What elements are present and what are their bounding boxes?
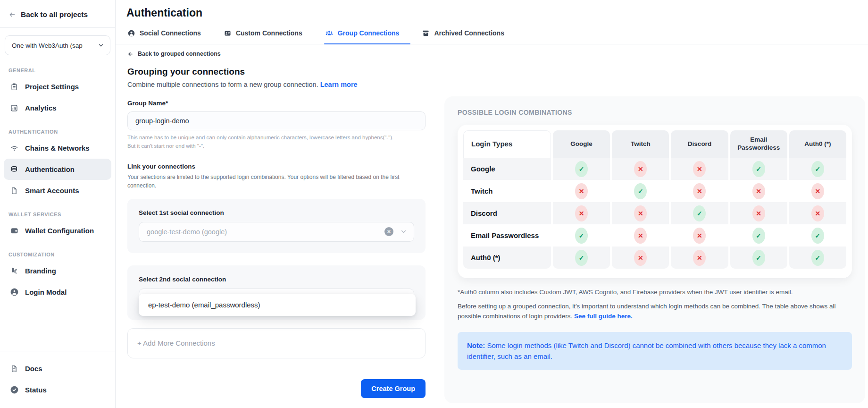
cross-icon: ✕ [575,183,588,199]
cross-icon: ✕ [693,161,706,177]
link-connections-description: Your selections are limited to the suppo… [127,173,410,190]
matrix-cell: ✓ [730,224,787,246]
matrix-row-label: Discord [463,202,551,224]
check-icon: ✓ [752,161,765,177]
tab-label: Custom Connections [236,29,302,37]
docs-icon [9,364,19,374]
sidebar-section-wallet-services: WALLET SERVICES [8,212,115,217]
dropdown-option-ep-test-demo[interactable]: ep-test-demo (email_passwordless) [139,294,416,316]
cross-icon: ✕ [575,205,588,221]
matrix-column-header: Google [553,130,610,158]
matrix-cell: ✕ [671,246,728,269]
sidebar-item-label: Chains & Networks [25,144,90,152]
stack-icon [9,165,19,174]
clear-selection-icon[interactable]: ✕ [384,227,393,236]
group-name-label: Group Name* [127,100,426,107]
check-icon: ✓ [811,250,824,266]
sidebar-item-label: Authentication [25,165,75,173]
cross-icon: ✕ [752,205,765,221]
sidebar-item-authentication[interactable]: Authentication [4,159,111,180]
matrix-cell: ✕ [612,224,669,246]
grouping-form: Back to grouped connections Grouping you… [127,44,426,408]
main-content: Authentication Social Connections Custom… [116,0,868,408]
cross-icon: ✕ [811,183,824,199]
sidebar-item-docs[interactable]: Docs [4,358,111,379]
matrix-row-label: Twitch [463,180,551,202]
matrix-cell: ✕ [553,202,610,224]
file-icon [9,186,19,196]
bar-chart-icon [9,103,19,113]
group-name-input[interactable] [127,111,426,130]
check-icon: ✓ [752,250,765,266]
back-link-label: Back to grouped connections [138,51,221,57]
note-box: Note: Some login methods (like Twitch an… [458,332,852,370]
tab-archived-connections[interactable]: Archived Connections [422,29,504,44]
sidebar-item-label: Project Settings [25,83,79,91]
sidebar-item-smart-accounts[interactable]: Smart Accounts [4,180,111,201]
second-connection-wrap: Select 2nd social connection ep-test-dem… [127,253,426,358]
add-more-connections-button[interactable]: + Add More Connections [137,339,215,347]
cross-icon: ✕ [752,183,765,199]
add-more-connections-card: + Add More Connections [127,328,426,358]
select1-dropdown[interactable]: google-test-demo (google) ✕ [139,222,414,242]
matrix-cell: ✕ [789,180,846,202]
project-selector-value: One with Web3Auth (sap [12,42,83,49]
matrix-column-header: Twitch [612,130,669,158]
matrix-cell: ✕ [671,158,728,180]
chevron-down-icon [400,228,407,235]
back-to-projects-link[interactable]: Back to all projects [0,0,115,28]
first-connection-card: Select 1st social connection google-test… [127,199,426,253]
sidebar-item-status[interactable]: Status [4,379,111,400]
select2-options-menu: ep-test-demo (email_passwordless) [139,294,416,316]
matrix-cell: ✓ [553,224,610,246]
tabbar: Social Connections Custom Connections Gr… [116,29,868,44]
cross-icon: ✕ [693,250,706,266]
tab-group-connections[interactable]: Group Connections [325,29,400,44]
check-icon: ✓ [575,228,588,244]
chevron-down-icon [98,42,104,49]
sidebar-section-customization: CUSTOMIZATION [8,252,115,257]
login-combinations-matrix: Login TypesGoogleTwitchDiscordEmail Pass… [463,130,846,269]
full-guide-link[interactable]: See full guide here. [574,313,633,320]
tab-label: Group Connections [338,29,400,37]
check-circle-icon [9,385,19,395]
check-icon: ✓ [811,161,824,177]
arrow-left-icon [127,51,134,57]
cross-icon: ✕ [634,161,647,177]
project-selector[interactable]: One with Web3Auth (sap [5,35,110,55]
user-circle-icon [127,29,135,37]
check-icon: ✓ [575,161,588,177]
sidebar-item-project-settings[interactable]: Project Settings [4,76,111,97]
sidebar-item-login-modal[interactable]: Login Modal [4,281,111,303]
wallet-icon [9,226,19,236]
select2-label: Select 2nd social connection [139,276,414,283]
cross-icon: ✕ [693,183,706,199]
create-group-button[interactable]: Create Group [361,379,426,398]
matrix-cell: ✓ [789,224,846,246]
id-badge-icon [224,29,232,37]
tab-custom-connections[interactable]: Custom Connections [224,29,302,44]
check-icon: ✓ [575,250,588,266]
matrix-column-header: Email Passwordless [730,130,787,158]
matrix-corner-header: Login Types [463,130,551,158]
sidebar-item-chains-networks[interactable]: Chains & Networks [4,137,111,159]
section-heading: Grouping your connections [127,67,426,77]
matrix-cell: ✕ [553,180,610,202]
learn-more-link[interactable]: Learn more [320,81,358,88]
check-icon: ✓ [752,228,765,244]
sidebar-item-wallet-configuration[interactable]: Wallet Configuration [4,220,111,241]
cross-icon: ✕ [634,205,647,221]
select1-label: Select 1st social connection [139,209,414,216]
cross-icon: ✕ [634,228,647,244]
check-icon: ✓ [811,228,824,244]
sidebar-item-branding[interactable]: Branding [4,260,111,281]
tab-label: Archived Connections [434,29,504,37]
matrix-row-label: Email Passwordless [463,224,551,246]
clipboard-icon [9,82,19,92]
tab-social-connections[interactable]: Social Connections [127,29,201,44]
matrix-cell: ✓ [789,246,846,269]
sidebar-item-analytics[interactable]: Analytics [4,97,111,119]
back-to-grouped-connections-link[interactable]: Back to grouped connections [127,51,426,57]
matrix-cell: ✕ [612,202,669,224]
link-connections-title: Link your connections [127,163,426,170]
